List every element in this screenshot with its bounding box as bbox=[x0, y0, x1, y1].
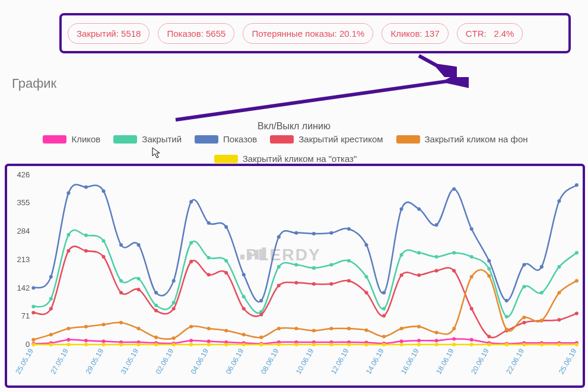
svg-text:20.06.19: 20.06.19 bbox=[469, 347, 491, 375]
svg-point-134 bbox=[172, 336, 176, 340]
svg-point-73 bbox=[224, 259, 228, 263]
svg-point-162 bbox=[101, 340, 105, 343]
svg-point-62 bbox=[31, 305, 35, 308]
svg-point-52 bbox=[417, 207, 421, 211]
svg-point-199 bbox=[189, 343, 193, 346]
svg-point-146 bbox=[382, 334, 386, 338]
svg-point-44 bbox=[277, 235, 281, 238]
stat-closings-value: 5518 bbox=[121, 28, 141, 39]
svg-point-103 bbox=[189, 260, 193, 263]
stat-impressions-value: 5655 bbox=[206, 28, 225, 39]
stat-lost-pill: Потерянные показы: 20.1% bbox=[243, 23, 373, 44]
legend-item-closed-reject[interactable]: Закрытий кликом на "отказ" bbox=[214, 154, 368, 164]
svg-point-102 bbox=[172, 307, 176, 310]
svg-point-155 bbox=[540, 319, 543, 323]
arrow-to-stats-icon bbox=[415, 53, 457, 77]
svg-line-1 bbox=[176, 78, 468, 120]
svg-point-35 bbox=[119, 243, 123, 247]
svg-point-126 bbox=[31, 338, 35, 342]
svg-point-104 bbox=[207, 273, 211, 276]
svg-point-86 bbox=[452, 251, 456, 254]
svg-point-77 bbox=[294, 263, 298, 266]
legend-item-clicks[interactable]: Кликов bbox=[43, 134, 111, 144]
svg-text:284: 284 bbox=[17, 227, 30, 235]
svg-point-97 bbox=[84, 249, 88, 253]
svg-point-112 bbox=[347, 279, 351, 282]
svg-point-125 bbox=[575, 311, 579, 315]
svg-point-107 bbox=[259, 313, 263, 317]
svg-text:14.06.19: 14.06.19 bbox=[364, 347, 386, 375]
legend-item-closings[interactable]: Закрытий bbox=[113, 134, 192, 144]
svg-rect-2 bbox=[240, 254, 244, 259]
section-title: График bbox=[12, 76, 56, 91]
chart-legend: Кликов Закрытий Показов Закрытий крестик… bbox=[24, 134, 558, 164]
line-chart[interactable]: PLERDY07114221328435542625.05.1927.05.19… bbox=[7, 166, 583, 385]
svg-point-79 bbox=[329, 263, 333, 266]
svg-point-89 bbox=[505, 315, 508, 318]
svg-point-85 bbox=[435, 255, 438, 259]
svg-point-193 bbox=[84, 343, 88, 346]
svg-point-120 bbox=[487, 334, 491, 338]
svg-text:06.06.19: 06.06.19 bbox=[224, 347, 246, 375]
svg-text:22.06.19: 22.06.19 bbox=[504, 347, 526, 375]
svg-point-149 bbox=[435, 331, 438, 334]
svg-point-129 bbox=[84, 325, 88, 329]
legend-item-closed-bg[interactable]: Закрытий кликом на фон bbox=[396, 134, 539, 144]
svg-point-219 bbox=[540, 343, 543, 346]
svg-point-68 bbox=[137, 277, 141, 281]
svg-point-105 bbox=[224, 271, 228, 275]
svg-point-161 bbox=[84, 339, 88, 342]
svg-point-66 bbox=[101, 239, 105, 243]
svg-point-118 bbox=[452, 269, 456, 273]
svg-point-137 bbox=[224, 329, 228, 332]
svg-point-72 bbox=[207, 256, 211, 259]
stat-closings-label: Закрытий: bbox=[77, 28, 119, 39]
legend-item-closed-x[interactable]: Закрытий крестиком bbox=[270, 134, 393, 144]
svg-point-218 bbox=[522, 343, 526, 346]
svg-point-108 bbox=[277, 283, 281, 287]
svg-text:12.06.19: 12.06.19 bbox=[329, 347, 351, 375]
svg-point-204 bbox=[277, 343, 281, 346]
svg-point-211 bbox=[400, 343, 403, 346]
svg-point-46 bbox=[312, 232, 316, 235]
svg-text:10.06.19: 10.06.19 bbox=[294, 347, 316, 375]
svg-text:25.05.19: 25.05.19 bbox=[14, 347, 35, 375]
svg-point-194 bbox=[101, 343, 105, 346]
svg-point-144 bbox=[347, 327, 351, 330]
swatch-closed-bg-icon bbox=[396, 135, 420, 144]
swatch-clicks-icon bbox=[43, 135, 66, 144]
svg-point-49 bbox=[364, 243, 368, 247]
swatch-closings-icon bbox=[113, 135, 137, 144]
svg-point-59 bbox=[540, 265, 543, 269]
page: Закрытий: 5518 Показов: 5655 Потерянные … bbox=[0, 0, 588, 392]
svg-point-145 bbox=[364, 329, 368, 332]
svg-text:29.05.19: 29.05.19 bbox=[84, 347, 105, 375]
svg-point-83 bbox=[400, 253, 403, 257]
svg-text:27.05.19: 27.05.19 bbox=[49, 347, 70, 375]
svg-point-45 bbox=[294, 231, 298, 235]
svg-point-87 bbox=[470, 255, 473, 259]
svg-point-115 bbox=[400, 273, 403, 277]
svg-point-93 bbox=[575, 251, 579, 254]
legend-label-closed-bg: Закрытий кликом на фон bbox=[425, 134, 528, 144]
svg-point-153 bbox=[505, 327, 508, 331]
svg-point-195 bbox=[119, 343, 123, 346]
svg-point-151 bbox=[470, 275, 473, 279]
svg-point-138 bbox=[242, 333, 246, 336]
stat-ctr-label: CTR: bbox=[466, 28, 487, 39]
svg-text:213: 213 bbox=[17, 255, 30, 264]
svg-text:04.06.19: 04.06.19 bbox=[189, 347, 211, 375]
svg-point-98 bbox=[101, 255, 105, 259]
svg-point-53 bbox=[435, 223, 438, 227]
legend-item-impressions[interactable]: Показов bbox=[195, 134, 268, 144]
svg-text:02.06.19: 02.06.19 bbox=[154, 347, 176, 375]
svg-point-95 bbox=[49, 307, 53, 310]
svg-point-34 bbox=[101, 189, 105, 193]
svg-point-221 bbox=[575, 343, 579, 346]
svg-point-160 bbox=[66, 338, 70, 342]
svg-point-141 bbox=[294, 327, 298, 330]
svg-text:426: 426 bbox=[17, 170, 30, 179]
svg-point-210 bbox=[382, 343, 386, 346]
svg-line-0 bbox=[419, 56, 456, 76]
svg-point-142 bbox=[312, 329, 316, 332]
